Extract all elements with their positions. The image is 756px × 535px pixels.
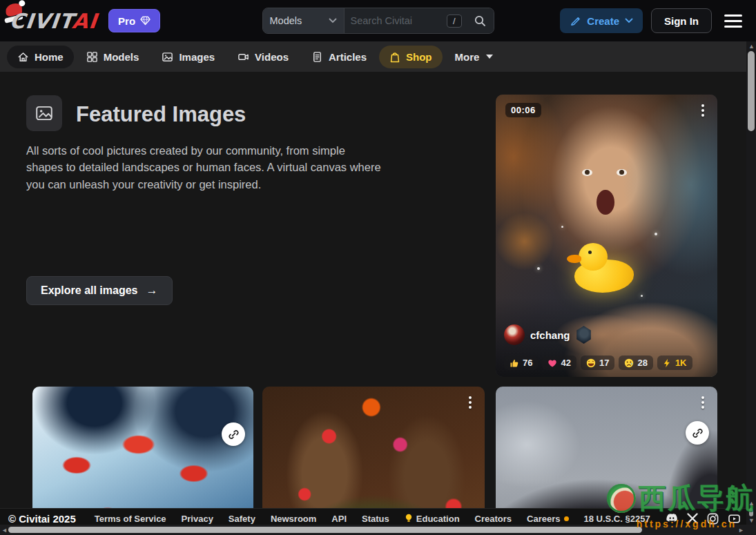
nav-item-shop[interactable]: Shop <box>379 46 443 68</box>
search-category-select[interactable]: Models <box>263 8 345 33</box>
vertical-scrollbar-thumb[interactable] <box>748 51 755 131</box>
pro-button-label: Pro <box>118 15 135 27</box>
mini-scrollbar-thumb[interactable] <box>749 508 753 516</box>
footer-link-creators[interactable]: Creators <box>475 514 512 524</box>
shortcut-key-badge: / <box>447 14 462 28</box>
chevron-down-icon <box>486 55 493 59</box>
image-card-flower-fox[interactable] <box>262 387 485 508</box>
x-twitter-icon[interactable] <box>687 513 698 524</box>
nav-label: Shop <box>406 51 432 63</box>
nav-label: Home <box>35 51 64 63</box>
chevron-down-icon <box>329 18 337 23</box>
link-icon <box>692 427 704 439</box>
lightbulb-icon <box>405 514 413 523</box>
scroll-right-arrow[interactable]: ► <box>738 527 744 534</box>
pro-button[interactable]: Pro <box>108 9 160 32</box>
creator-profile-link[interactable]: cfchang <box>504 324 592 345</box>
reaction-count: 28 <box>637 358 647 368</box>
horizontal-scrollbar-thumb[interactable] <box>8 527 642 533</box>
search-input[interactable] <box>345 8 447 33</box>
video-duration-badge: 00:06 <box>505 103 541 117</box>
footer-link-newsroom[interactable]: Newsroom <box>271 514 316 524</box>
reaction-count: 17 <box>599 358 609 368</box>
nav-label: More <box>455 51 480 63</box>
shop-bag-icon <box>389 51 400 63</box>
more-options-icon[interactable] <box>464 393 476 411</box>
create-button-label: Create <box>587 15 619 27</box>
vertical-scrollbar[interactable]: ▲ ▲ ▼ <box>746 41 756 525</box>
footer-link-terms[interactable]: Terms of Service <box>95 514 166 524</box>
more-options-icon[interactable] <box>697 101 709 119</box>
paintbrush-icon <box>570 15 581 27</box>
search-category-value: Models <box>270 15 302 26</box>
creator-username: cfchang <box>530 329 570 341</box>
footer-link-safety[interactable]: Safety <box>229 514 255 524</box>
thumbs-up-icon <box>510 358 519 368</box>
sign-in-button[interactable]: Sign In <box>651 8 712 33</box>
footer-link-careers[interactable]: Careers <box>527 514 568 524</box>
youtube-icon[interactable] <box>728 513 741 525</box>
image-icon <box>35 104 54 123</box>
footer-link-privacy[interactable]: Privacy <box>182 514 213 524</box>
nav-item-models[interactable]: Models <box>76 46 150 68</box>
footer-link-label: Education <box>416 514 460 524</box>
nav-item-images[interactable]: Images <box>151 46 225 68</box>
video-icon <box>238 51 249 63</box>
top-header: CIVITAI Pro Models / Create Sign In <box>0 0 756 41</box>
hamburger-menu-icon[interactable] <box>720 8 746 33</box>
remix-link-button[interactable] <box>686 421 709 445</box>
civitai-logo[interactable]: CIVITAI <box>10 9 97 33</box>
goldfish-artwork <box>32 387 253 508</box>
remix-link-button[interactable] <box>222 422 245 446</box>
explore-all-images-button[interactable]: Explore all images → <box>26 276 173 305</box>
horizontal-scrollbar[interactable]: ◄ ► <box>0 525 746 535</box>
nav-item-more[interactable]: More <box>445 46 504 68</box>
notification-dot <box>564 516 569 521</box>
create-button[interactable]: Create <box>560 8 643 33</box>
instagram-icon[interactable] <box>707 513 719 525</box>
footer-link-status[interactable]: Status <box>362 514 389 524</box>
main-content: Featured Images All sorts of cool pictur… <box>0 72 756 508</box>
home-icon <box>17 51 29 63</box>
laughing-face-icon <box>586 358 596 368</box>
page-title: Featured Images <box>76 102 246 127</box>
main-navbar: Home Models Images Videos Articles Shop … <box>0 41 756 72</box>
crying-face-icon <box>624 358 634 368</box>
nav-item-articles[interactable]: Articles <box>301 46 377 68</box>
scroll-up-arrow[interactable]: ▲ <box>748 500 755 507</box>
reaction-thumbs-up[interactable]: 76 <box>504 356 538 370</box>
footer-link-label: Careers <box>527 514 560 524</box>
search-bar: Models / <box>262 8 494 34</box>
reaction-cry[interactable]: 28 <box>619 356 652 370</box>
search-submit-button[interactable] <box>466 8 494 33</box>
reaction-laugh[interactable]: 17 <box>581 356 614 370</box>
scroll-left-arrow[interactable]: ◄ <box>1 527 8 534</box>
image-card-goldfish[interactable] <box>32 387 253 508</box>
heart-icon <box>547 358 557 368</box>
search-icon <box>474 14 486 27</box>
scroll-up-arrow[interactable]: ▲ <box>748 43 755 50</box>
logo-brand-text: CIVITAI <box>8 9 99 33</box>
featured-video-card[interactable]: 00:06 cfchang 76 42 17 28 <box>496 95 717 377</box>
nav-item-videos[interactable]: Videos <box>227 46 299 68</box>
chevron-down-icon <box>625 18 633 23</box>
rubber-duck <box>573 243 635 293</box>
scrollbar-corner <box>746 525 756 535</box>
reaction-energy[interactable]: 1K <box>657 356 692 370</box>
footer-link-api[interactable]: API <box>331 514 347 524</box>
image-card-creature[interactable] <box>496 387 717 508</box>
nav-label: Videos <box>255 51 289 63</box>
nav-item-home[interactable]: Home <box>7 46 74 68</box>
diamond-icon <box>140 16 151 26</box>
discord-icon[interactable] <box>665 513 678 524</box>
more-options-icon[interactable] <box>697 393 709 411</box>
nav-label: Images <box>179 51 215 63</box>
grid-icon <box>86 51 98 63</box>
image-icon <box>162 51 173 63</box>
scroll-down-arrow[interactable]: ▼ <box>748 518 755 524</box>
reaction-heart[interactable]: 42 <box>542 356 576 370</box>
nav-label: Articles <box>329 51 367 63</box>
footer-link-education[interactable]: Education <box>405 514 460 524</box>
explore-button-label: Explore all images <box>41 284 138 297</box>
footer-link-2257[interactable]: 18 U.S.C. §2257 <box>584 514 650 524</box>
